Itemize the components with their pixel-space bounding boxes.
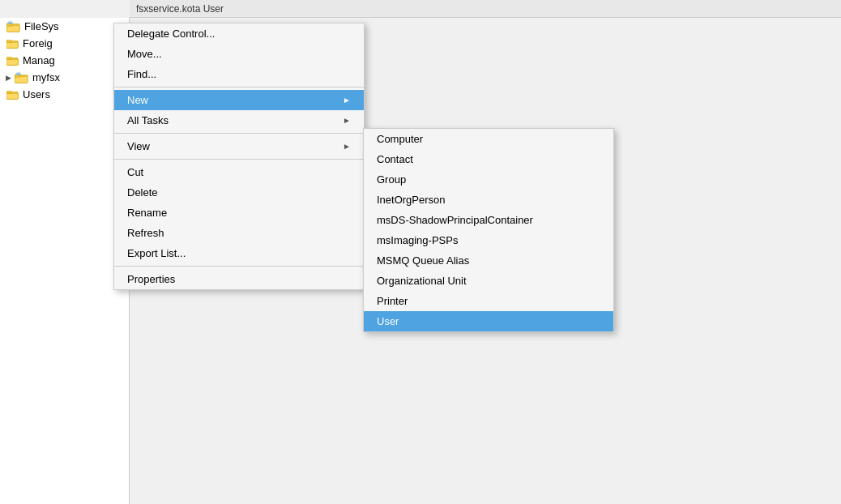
chevron-right-icon: ▶ xyxy=(3,73,13,83)
context-menu-sub: Computer Contact Group InetOrgPerson msD… xyxy=(363,128,614,332)
svg-rect-10 xyxy=(6,59,18,65)
menu-item-move[interactable]: Move... xyxy=(114,44,364,64)
submenu-arrow-icon-2: ► xyxy=(343,116,351,125)
menu-separator-4 xyxy=(114,266,364,267)
sidebar-item-myfsx-label: myfsx xyxy=(32,71,60,83)
sidebar-item-foreign-label: Foreig xyxy=(23,37,53,49)
menu-separator-2 xyxy=(114,133,364,134)
menu-separator-1 xyxy=(114,87,364,88)
submenu-item-computer[interactable]: Computer xyxy=(364,129,613,149)
menu-item-find[interactable]: Find... xyxy=(114,64,364,84)
context-menu-primary: Delegate Control... Move... Find... New … xyxy=(113,23,365,290)
breadcrumb: fsxservice.kota User xyxy=(136,3,224,15)
sidebar-item-users[interactable]: Users xyxy=(0,86,129,103)
submenu-arrow-icon: ► xyxy=(343,96,351,105)
svg-rect-20 xyxy=(6,91,11,93)
submenu-item-msimaging[interactable]: msImaging-PSPs xyxy=(364,230,613,250)
menu-item-new[interactable]: New ► xyxy=(114,90,364,110)
menu-item-view[interactable]: View ► xyxy=(114,136,364,156)
submenu-item-orgunit[interactable]: Organizational Unit xyxy=(364,271,613,291)
sidebar-tree: FileSys Foreig Manag ▶ myfsx xyxy=(0,18,130,504)
sidebar-item-filesys[interactable]: FileSys xyxy=(0,18,129,35)
submenu-item-printer[interactable]: Printer xyxy=(364,291,613,311)
svg-rect-8 xyxy=(6,40,11,42)
submenu-arrow-icon-3: ► xyxy=(343,142,351,151)
folder-icon xyxy=(6,55,19,66)
folder-icon xyxy=(6,38,19,49)
svg-rect-13 xyxy=(15,76,28,83)
menu-item-cut[interactable]: Cut xyxy=(114,162,364,182)
submenu-item-msds[interactable]: msDS-ShadowPrincipalContainer xyxy=(364,210,613,230)
svg-rect-7 xyxy=(6,42,18,48)
submenu-item-user[interactable]: User xyxy=(364,311,613,331)
sidebar-item-myfsx[interactable]: ▶ myfsx xyxy=(0,69,129,86)
submenu-item-contact[interactable]: Contact xyxy=(364,149,613,169)
sidebar-item-filesys-label: FileSys xyxy=(24,20,59,32)
special-folder-icon xyxy=(6,21,21,32)
special-folder-icon-2 xyxy=(15,72,29,83)
svg-rect-11 xyxy=(6,57,11,59)
menu-item-delete[interactable]: Delete xyxy=(114,182,364,203)
submenu-item-group[interactable]: Group xyxy=(364,169,613,190)
sidebar-item-managed[interactable]: Manag xyxy=(0,52,129,69)
submenu-item-msmq[interactable]: MSMQ Queue Alias xyxy=(364,250,613,271)
sidebar-item-users-label: Users xyxy=(23,88,50,100)
sidebar-item-foreign[interactable]: Foreig xyxy=(0,35,129,52)
menu-item-delegate[interactable]: Delegate Control... xyxy=(114,23,364,44)
menu-item-refresh[interactable]: Refresh xyxy=(114,223,364,243)
menu-separator-3 xyxy=(114,159,364,160)
svg-rect-19 xyxy=(6,93,18,99)
menu-item-export[interactable]: Export List... xyxy=(114,243,364,263)
menu-item-alltasks[interactable]: All Tasks ► xyxy=(114,110,364,130)
menu-item-rename[interactable]: Rename xyxy=(114,203,364,223)
menu-item-properties[interactable]: Properties xyxy=(114,269,364,289)
breadcrumb-bar: fsxservice.kota User xyxy=(130,0,841,18)
folder-icon xyxy=(6,89,19,100)
submenu-item-inetorgperson[interactable]: InetOrgPerson xyxy=(364,190,613,210)
sidebar-item-managed-label: Manag xyxy=(23,54,55,66)
